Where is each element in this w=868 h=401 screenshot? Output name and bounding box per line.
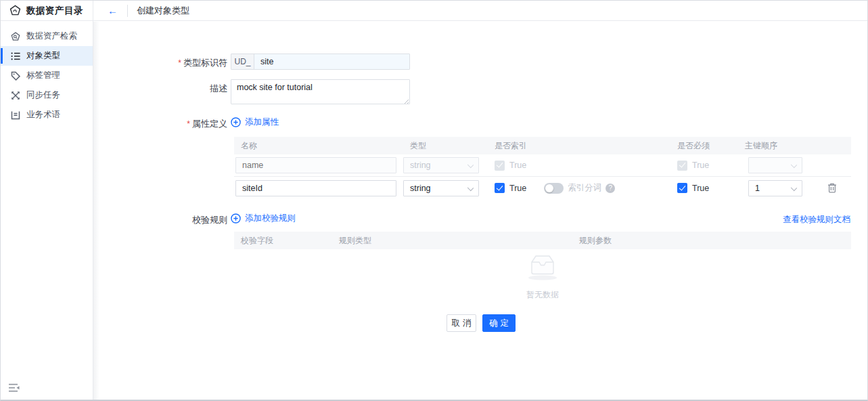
attributes-table: 名称 类型 是否索引 是否必须 主键顺序 string True True st… [234,137,851,199]
add-circle-icon [231,117,241,127]
tag-icon [10,70,20,81]
sidebar-nav: 数据资产检索 对象类型 标签管理 同步任务 [1,26,93,125]
col-type: 类型 [403,140,488,152]
sidebar-item-object-type[interactable]: 对象类型 [1,46,93,66]
page-header: ← 创建对象类型 [93,1,867,21]
key-order-select [748,157,802,173]
chevron-down-icon [791,184,797,190]
page-title: 创建对象类型 [127,5,189,17]
col-rule-params: 规则参数 [572,235,851,247]
tokenize-toggle[interactable] [544,183,564,194]
attr-name-input [235,157,396,173]
description-label: 描述 [99,83,227,95]
sidebar: 数据资产目录 数据资产检索 对象类型 标签管理 [1,1,93,400]
rules-table: 校验字段 规则类型 规则参数 [234,232,851,249]
indexed-checkbox[interactable] [495,183,505,193]
rules-empty-state: 暂无数据 [234,253,851,301]
description-textarea[interactable]: mock site for tutorial [231,79,410,104]
sidebar-item-label: 标签管理 [26,70,60,81]
add-rule-button[interactable]: 添加校验规则 [231,213,296,224]
type-identifier-input[interactable] [254,54,409,69]
app-logo-row: 数据资产目录 [1,1,93,21]
badge-logo-icon [9,5,21,16]
collapse-sidebar-icon[interactable] [9,383,21,393]
chevron-down-icon [467,184,474,190]
sidebar-item-label: 同步任务 [26,89,60,101]
attributes-label: *属性定义 [99,118,227,130]
sidebar-item-label: 数据资产检索 [26,30,77,42]
col-name: 名称 [234,140,403,152]
key-order-select[interactable]: 1 [748,180,802,196]
col-rule-field: 校验字段 [234,235,332,247]
sidebar-item-label: 业务术语 [26,109,60,121]
rules-table-header: 校验字段 规则类型 规则参数 [234,232,851,249]
rules-label: 校验规则 [99,214,227,226]
sidebar-item-label: 对象类型 [26,50,60,62]
app-window: 数据资产目录 数据资产检索 对象类型 标签管理 [0,0,868,401]
help-icon[interactable]: ? [606,184,615,193]
chevron-down-icon [467,162,474,168]
glossary-icon [10,110,20,120]
sidebar-item-asset-search[interactable]: 数据资产检索 [1,26,93,46]
sidebar-item-tag-management[interactable]: 标签管理 [1,66,93,85]
col-required: 是否必须 [670,140,738,152]
rules-doc-link[interactable]: 查看校验规则文档 [783,214,850,226]
attributes-table-header: 名称 类型 是否索引 是否必须 主键顺序 [234,137,851,154]
table-row: string True 索引分词 ? True 1 [234,177,851,199]
add-circle-icon [231,213,241,224]
col-rule-type: 规则类型 [332,235,572,247]
col-key-order: 主键顺序 [738,140,813,152]
delete-row-icon[interactable] [827,183,851,193]
required-checkbox [677,161,687,171]
table-row: string True True [234,154,851,177]
sidebar-item-sync-tasks[interactable]: 同步任务 [1,85,93,105]
required-mark: * [187,119,190,129]
object-type-list-icon [10,51,20,61]
confirm-button[interactable]: 确定 [482,314,516,332]
sync-icon [10,90,20,100]
attr-type-select: string [403,157,479,173]
app-title: 数据资产目录 [26,5,83,17]
type-identifier-prefix: UD_ [231,54,254,69]
tokenize-label: 索引分词 [568,182,601,194]
empty-box-icon [526,253,559,281]
toggle-knob [545,184,553,192]
chevron-down-icon [791,162,797,168]
col-indexed: 是否索引 [488,140,670,152]
attr-name-input[interactable] [235,180,396,196]
content-left-shadow [93,22,99,400]
type-identifier-label: *类型标识符 [99,57,227,69]
sidebar-item-glossary[interactable]: 业务术语 [1,105,93,125]
type-identifier-group: UD_ [231,54,410,70]
empty-state-text: 暂无数据 [234,289,851,301]
indexed-checkbox [495,161,505,171]
asset-search-icon [10,31,20,41]
required-checkbox[interactable] [677,183,687,193]
attr-type-select[interactable]: string [403,180,479,196]
add-attribute-button[interactable]: 添加属性 [231,117,279,128]
cancel-button[interactable]: 取消 [447,314,476,332]
create-object-type-form: *类型标识符 UD_ 描述 mock site for tutorial *属性… [93,22,867,400]
required-mark: * [178,58,181,68]
back-arrow-icon[interactable]: ← [108,5,118,16]
